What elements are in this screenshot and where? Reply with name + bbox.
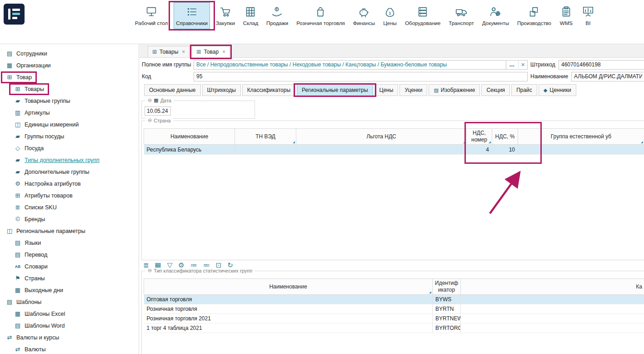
toolbar-item-bi[interactable]: BI	[579, 2, 597, 29]
collapse-icon[interactable]: ⊖	[148, 117, 152, 123]
toolbar-item-prices[interactable]: Цены	[381, 2, 399, 29]
tab-close-icon[interactable]: ×	[181, 49, 185, 55]
country-table-header-0[interactable]: Наименование	[144, 129, 235, 145]
classifier-table-row-3[interactable]: 1 торг 4 таблица 2021BYRTORG	[144, 324, 644, 333]
sidebar-item-attribute-settings[interactable]: ⚙Настройка атрибутов	[0, 178, 139, 190]
sidebar-item-label: Типы дополнительных групп	[25, 157, 100, 163]
sidebar-item-currencies[interactable]: ⇄Валюты	[0, 344, 139, 354]
collapse-icon[interactable]: ⊖	[148, 97, 152, 103]
sidebar-item-dishes[interactable]: ◇Посуда	[0, 142, 139, 154]
classifier-table-cell-1-0: Розничная торговля	[144, 304, 433, 314]
group-name-value: Все / Непродовольственные товары / Неход…	[196, 61, 506, 68]
sidebar-item-label: Списки SKU	[25, 204, 57, 211]
detail-tab-image[interactable]: ▨Изображение	[429, 84, 480, 96]
sidebar-item-product[interactable]: ⊞Товар	[0, 71, 139, 83]
country-table-cell-0-1	[235, 145, 296, 155]
sidebar-item-products[interactable]: ⊞Товары	[0, 83, 139, 95]
classifier-table-header-1[interactable]: Идентиф икатор	[433, 279, 461, 295]
group-name-input[interactable]: Все / Непродовольственные товары / Неход…	[194, 60, 528, 70]
sidebar-item-extra-groups[interactable]: ▰Дополнительные группы	[0, 166, 139, 178]
classifier-table-header-0[interactable]: Наименование	[144, 279, 433, 295]
date-group-legend: ⊖ ▦ Дата	[145, 97, 174, 103]
sales-icon	[270, 5, 284, 19]
detail-tab-barcodes[interactable]: Штрихкоды	[202, 84, 241, 96]
toolbar-item-label: Цены	[383, 20, 397, 26]
sidebar-item-extra-group-types[interactable]: ▰Типы дополнительных групп	[0, 154, 139, 166]
tab-product[interactable]: ⊞Товар×	[192, 46, 230, 57]
detail-tab-markdowns[interactable]: Уценки	[399, 84, 427, 96]
code-input[interactable]: 95	[194, 72, 528, 81]
toolbar-item-documents[interactable]: Документы	[480, 2, 511, 29]
sidebar-item-dish-groups[interactable]: ▰Группы посуды	[0, 131, 139, 142]
toolbar-item-warehouse[interactable]: Склад	[241, 2, 260, 29]
classifier-group-legend: ⊖ Тип классификатора статистических груп…	[145, 268, 255, 273]
tab-close-icon[interactable]: ×	[221, 49, 225, 55]
sidebar-item-holidays[interactable]: ▦Выходные дни	[0, 284, 139, 296]
regional-icon: ◫	[6, 228, 13, 235]
sidebar-item-units[interactable]: ◫Единицы измерений	[0, 119, 139, 131]
toolbar-item-finance[interactable]: Финансы	[351, 2, 377, 29]
toolbar-item-label: Продажи	[266, 20, 288, 26]
classifier-group: ⊖ Тип классификатора статистических груп…	[141, 271, 644, 354]
detail-tab-label: Прайс	[516, 87, 532, 93]
toolbar-item-wms[interactable]: WMS	[557, 2, 575, 29]
toolbar-item-sales[interactable]: Продажи	[264, 2, 290, 29]
classifier-table-row-2[interactable]: Розничная торговля 2021BYRTNEW	[144, 314, 644, 324]
app-logo[interactable]	[4, 4, 25, 25]
sidebar-item-translation[interactable]: ▤Перевод	[0, 249, 139, 261]
country-table-header-5[interactable]: Группа естественной уб	[518, 129, 644, 145]
toolbar-item-label: BI	[585, 20, 590, 26]
country-table-header-3[interactable]: НДС, номер	[467, 129, 492, 145]
sidebar-item-templates[interactable]: ▤Шаблоны	[0, 296, 139, 308]
sidebar-item-product-attributes[interactable]: ⊞Атрибуты товаров	[0, 190, 139, 202]
sidebar-item-brands[interactable]: ©Бренды	[0, 213, 139, 225]
toolbar-item-purchases[interactable]: Закупки	[214, 2, 237, 29]
sidebar-item-articles[interactable]: ▥Артикулы	[0, 107, 139, 119]
sidebar-item-countries[interactable]: ⚑Страны	[0, 273, 139, 284]
date-input[interactable]: 10.05.24	[145, 106, 171, 116]
collapse-icon[interactable]: ⊖	[148, 268, 152, 273]
detail-tab-main-data[interactable]: Основные данные	[144, 84, 201, 96]
barcode-input[interactable]: 4607014660198	[559, 60, 644, 70]
toolbar-item-retail[interactable]: Розничная торговля	[294, 2, 347, 29]
classifier-table-cell-3-0: 1 торг 4 таблица 2021	[144, 324, 433, 333]
detail-tab-price-list[interactable]: Прайс	[511, 84, 537, 96]
toolbar-item-directories[interactable]: Справочники	[174, 2, 210, 29]
name-input[interactable]: АЛЬБОМ Д/РИС.ДАЛМАТИНЦ	[571, 72, 644, 81]
detail-tab-regional-params[interactable]: Региональные параметры	[297, 84, 373, 96]
sidebar-item-excel-templates[interactable]: ▦Шаблоны Excel	[0, 308, 139, 320]
detail-tab-classifiers[interactable]: Классификаторы	[242, 84, 295, 96]
sidebar-item-sku-lists[interactable]: ≣Списки SKU	[0, 202, 139, 213]
country-table-row-0[interactable]: Республика Беларусь410	[144, 145, 644, 155]
toolbar-item-production[interactable]: Производство	[515, 2, 554, 29]
country-table-header-2[interactable]: Льгота НДС	[296, 129, 467, 145]
sidebar-item-dictionaries[interactable]: ABСловари	[0, 261, 139, 273]
toolbar-item-label: Закупки	[216, 20, 235, 26]
sidebar-item-regional-params[interactable]: ◫Региональные параметры	[0, 225, 139, 237]
country-table-header-1[interactable]: ТН ВЭД	[235, 129, 296, 145]
classifier-table-row-0[interactable]: Оптовая торговляBYWS	[144, 295, 644, 304]
sidebar-item-currencies-rates[interactable]: ⇄Валюты и курсы	[0, 332, 139, 344]
sidebar-item-label: Атрибуты товаров	[25, 192, 73, 199]
country-table-header-4[interactable]: НДС, %	[492, 129, 518, 145]
detail-tab-price-tags[interactable]: ◆Ценники	[539, 84, 576, 96]
detail-tab-prices[interactable]: Цены	[374, 84, 399, 96]
sidebar-item-employees[interactable]: ▤Сотрудники	[0, 48, 139, 60]
sidebar-item-organizations[interactable]: ▦Организации	[0, 60, 139, 71]
sidebar-item-word-templates[interactable]: ▤Шаблоны Word	[0, 320, 139, 332]
classifier-table-header-2[interactable]: Ка	[461, 279, 644, 295]
group-picker-button[interactable]: …	[506, 61, 518, 68]
tab-products[interactable]: ⊞Товары×	[148, 46, 190, 57]
group-clear-button[interactable]: ×	[518, 61, 527, 68]
sidebar-item-label: Перевод	[25, 252, 47, 258]
classifier-table-row-1[interactable]: Розничная торговляBYRTN	[144, 304, 644, 314]
toolbar-item-equipment[interactable]: Оборудование	[403, 2, 443, 29]
toolbar-item-transport[interactable]: Транспорт	[446, 2, 476, 29]
country-table-cell-0-2	[296, 145, 467, 155]
sidebar-item-product-groups[interactable]: ▰Товарные группы	[0, 95, 139, 107]
sidebar-item-languages[interactable]: ▤Языки	[0, 237, 139, 249]
toolbar-item-desktop[interactable]: Рабочий стол	[133, 2, 170, 29]
detail-tab-label: Секция	[486, 87, 505, 93]
detail-tab-section[interactable]: Секция	[481, 84, 510, 96]
translate-doc-icon: ▤	[14, 251, 21, 258]
